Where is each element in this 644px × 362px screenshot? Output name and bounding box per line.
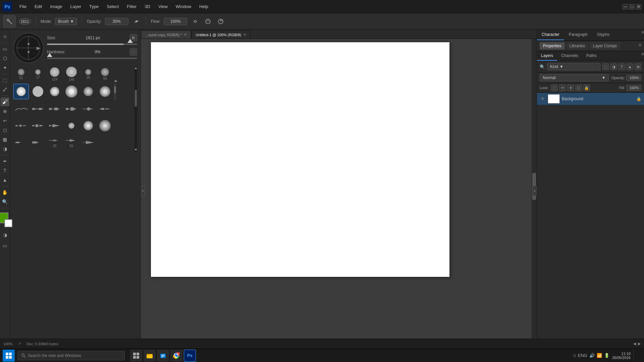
scroll-down-btn[interactable] (135, 149, 137, 151)
layers-tab-paths[interactable]: Paths (582, 51, 601, 61)
taskbar-app-photoshop[interactable]: Ps (184, 350, 196, 362)
taskbar-app-explorer[interactable] (144, 350, 156, 362)
menu-filter[interactable]: Filter (123, 3, 140, 10)
brush-preset-59[interactable]: 59 (97, 66, 113, 82)
share-icon[interactable]: ↗ (18, 342, 21, 346)
filter-text-icon[interactable]: T (619, 63, 625, 70)
brush-circle-glow1[interactable] (80, 118, 96, 133)
brush-preset-hard1[interactable] (30, 84, 46, 99)
brush-stroke-7[interactable] (13, 118, 29, 133)
tool-hand[interactable]: ✋ (1, 188, 9, 197)
tool-pen[interactable]: ✒ (1, 157, 9, 166)
taskbar-search[interactable]: Search the web and Windows (17, 351, 125, 360)
brush-preset-selected[interactable] (13, 84, 29, 99)
angle-icon[interactable] (216, 17, 225, 26)
tool-eyedropper[interactable]: 🖉 (1, 85, 9, 94)
brush-preset-124[interactable]: 124 (47, 66, 62, 82)
tool-screen-mode[interactable]: ▭ (1, 241, 9, 250)
size-slider[interactable] (47, 44, 137, 45)
menu-image[interactable]: Image (47, 3, 65, 10)
brush-stroke-2[interactable] (30, 101, 46, 117)
brush-preset-glow3[interactable] (80, 84, 96, 99)
tab-glyphs[interactable]: Glyphs (592, 29, 614, 40)
brush-stroke-a[interactable] (13, 135, 29, 150)
menu-3d[interactable]: 3D (141, 3, 154, 10)
brush-preset-glow2[interactable] (64, 84, 79, 99)
tool-text[interactable]: T (1, 166, 9, 175)
filter-shape-icon[interactable]: ▲ (627, 63, 633, 70)
notification-icon[interactable] (573, 354, 576, 357)
hardness-slider[interactable] (47, 58, 137, 59)
smoothing-icon[interactable] (203, 17, 213, 26)
tool-brush[interactable]: 🖌 (1, 98, 9, 106)
tool-eraser[interactable]: ◻ (1, 126, 9, 134)
tool-quick-mask[interactable]: ◑ (1, 231, 9, 239)
start-button[interactable] (3, 350, 15, 362)
lock-artboard-icon[interactable]: ⬡ (575, 84, 582, 91)
brush-tool-icon[interactable] (3, 15, 15, 27)
subtab-properties[interactable]: Properties (540, 42, 565, 50)
tool-gradient[interactable]: ▦ (1, 135, 9, 144)
layers-tab-layers[interactable]: Layers (537, 51, 557, 61)
maximize-button[interactable]: □ (629, 4, 635, 9)
mode-dropdown[interactable]: Brush ▼ (55, 18, 77, 25)
tool-crop[interactable]: ⬚ (1, 76, 9, 84)
right-collapse-handle[interactable]: › (533, 186, 537, 196)
brush-preset-26[interactable]: 26 (80, 66, 96, 82)
brush-circle-glow2[interactable] (97, 118, 113, 133)
network-icon[interactable]: 📶 (597, 353, 602, 358)
brush-stroke-1[interactable] (13, 101, 29, 117)
taskbar-app-chrome[interactable] (170, 350, 182, 362)
brush-stroke-4[interactable] (64, 101, 79, 117)
brush-preset-51[interactable]: 51 (13, 66, 29, 82)
background-color[interactable] (4, 219, 12, 227)
brush-stroke-6[interactable] (97, 101, 113, 117)
nav-right-btn[interactable]: ▶ (638, 342, 641, 346)
nav-left-btn[interactable]: ◀ (633, 342, 636, 346)
menu-file[interactable]: File (16, 3, 30, 10)
tool-dodge[interactable]: ◑ (1, 144, 9, 153)
panel-menu-icon[interactable]: ≡ (641, 29, 644, 40)
show-desktop-btn[interactable] (633, 350, 641, 362)
layer-visibility-icon[interactable]: 👁 (540, 96, 546, 102)
layers-tab-channels[interactable]: Channels (557, 51, 582, 61)
hardness-slider-thumb[interactable] (47, 53, 52, 57)
tab-close-1[interactable]: ✕ (243, 33, 246, 37)
fill-input[interactable]: 100% (626, 85, 641, 91)
tool-clone[interactable]: ⊕ (1, 107, 9, 116)
menu-edit[interactable]: Edit (31, 3, 45, 10)
brush-stroke-d[interactable]: 50 (64, 135, 79, 150)
tab-untitled[interactable]: Untitled-1 @ 100% (RGB/8) ✕ (191, 31, 251, 39)
menu-help[interactable]: Help (196, 3, 212, 10)
brush-stroke-e[interactable] (80, 135, 96, 150)
filter-smart-icon[interactable]: ⊕ (635, 63, 641, 70)
brush-stroke-8[interactable] (30, 118, 46, 133)
flow-airbrush-icon[interactable] (191, 17, 200, 26)
close-button[interactable]: ✕ (636, 4, 641, 9)
tab-background-copy[interactable]: ...ound copy, RGB/8) * ✕ (141, 31, 191, 39)
volume-icon[interactable]: 🔊 (589, 353, 595, 358)
brush-preset-17[interactable]: 17 (30, 66, 46, 82)
tab-close-0[interactable]: ✕ (184, 33, 187, 37)
lock-paint-icon[interactable]: ✏ (559, 84, 566, 91)
menu-layer[interactable]: Layer (67, 3, 85, 10)
scroll-up-btn[interactable] (114, 80, 117, 82)
size-slider-thumb[interactable] (127, 39, 133, 43)
brush-stroke-c[interactable]: 25 (47, 135, 62, 150)
brush-stroke-b[interactable] (30, 135, 46, 150)
menu-select[interactable]: Select (103, 3, 122, 10)
lock-move-icon[interactable]: ✛ (567, 84, 574, 91)
tool-zoom[interactable]: 🔍 (1, 197, 9, 206)
lock-all-icon[interactable]: 🔒 (583, 84, 590, 91)
menu-type[interactable]: Type (86, 3, 102, 10)
tab-character[interactable]: Character (537, 29, 564, 40)
minimize-button[interactable]: ─ (623, 4, 628, 9)
layers-menu-icon[interactable]: ≡ (641, 51, 644, 61)
menu-window[interactable]: Window (172, 3, 195, 10)
taskbar-app-view[interactable] (130, 350, 142, 362)
tab-paragraph[interactable]: Paragraph (564, 29, 592, 40)
scroll-thumb[interactable] (114, 86, 116, 93)
filter-adjust-icon[interactable]: ◑ (610, 63, 617, 70)
brush-preset-glow1[interactable] (47, 84, 62, 99)
opacity-value[interactable]: 30% (105, 18, 128, 25)
